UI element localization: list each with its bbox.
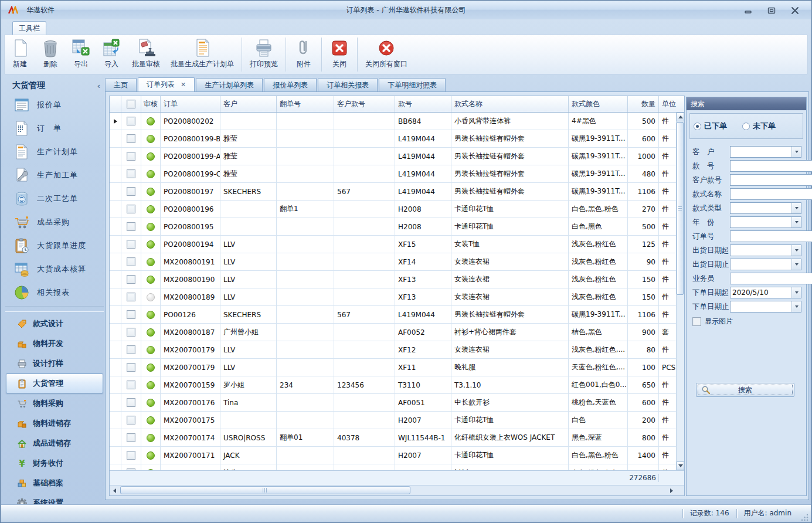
delete-trash-button[interactable]: 删除 [35, 35, 66, 74]
search-field-combo[interactable] [730, 202, 801, 214]
checkbox-icon[interactable] [127, 275, 135, 284]
resize-grip[interactable] [801, 514, 809, 522]
checkbox-icon[interactable] [127, 310, 135, 319]
sidebar-item-6[interactable]: 大货跟单进度 [4, 234, 105, 257]
checkbox-icon[interactable] [127, 398, 135, 407]
sidebar-item-5[interactable]: 成品采购 [4, 210, 105, 234]
table-row[interactable]: MX200700175H2007卡通印花T恤白色200件 [110, 412, 684, 429]
checkbox-icon[interactable] [127, 240, 135, 249]
table-row[interactable]: PO200800195H2008卡通印花T恤白色,黑色500件 [110, 218, 684, 236]
column-header-5[interactable]: 款号 [395, 96, 451, 112]
sidebar-module-4[interactable]: 物料采购 [6, 393, 103, 413]
radio-icon[interactable] [694, 123, 701, 130]
chevron-down-icon[interactable] [791, 287, 801, 298]
table-row[interactable]: PO200800196翻单1H2008卡通印花T恤白色,黑色,粉色270件 [110, 201, 684, 218]
radio-not-ordered[interactable]: 未下单 [742, 121, 776, 131]
header-select-all-checkbox[interactable] [121, 96, 141, 112]
checkbox-icon[interactable] [127, 416, 135, 424]
column-header-0[interactable]: 审核 [141, 96, 161, 112]
checkbox-icon[interactable] [127, 205, 135, 213]
tab-close-icon[interactable]: ✕ [181, 78, 186, 91]
scroll-left-arrow-icon[interactable] [110, 486, 119, 495]
scroll-right-arrow-icon[interactable] [667, 486, 676, 495]
sidebar-module-0[interactable]: 款式设计 [6, 314, 103, 334]
column-header-3[interactable]: 翻单号 [277, 96, 334, 112]
column-header-7[interactable]: 款式颜色 [569, 96, 628, 112]
checkbox-icon[interactable] [127, 100, 135, 108]
batch-plan-document-button[interactable]: 批量生成生产计划单 [165, 35, 239, 74]
sidebar-item-8[interactable]: 相关报表 [4, 281, 105, 304]
search-field-combo[interactable] [730, 146, 801, 158]
close-window-button[interactable]: 关闭 [324, 35, 355, 74]
column-header-2[interactable]: 客户 [220, 96, 277, 112]
checkbox-icon[interactable] [127, 363, 135, 372]
table-row[interactable]: MX200700179LLVXF11晚礼服天蓝色,粉红色,...100PCS [110, 359, 684, 376]
table-row[interactable]: PO200800199-A雅莹L419M044男装长袖拉链有帽外套碳黑19-39… [110, 148, 684, 165]
import-excel-button[interactable]: 导入 [96, 35, 127, 74]
search-field-combo[interactable] [730, 216, 801, 228]
tab-5[interactable]: 下单明细对照表 [379, 78, 446, 91]
tab-1[interactable]: 订单列表✕ [138, 77, 195, 91]
table-row[interactable]: PO200800199-C雅莹L419M044男装长袖拉链有帽外套碳黑19-39… [110, 165, 684, 183]
export-excel-button[interactable]: 导出 [66, 35, 96, 74]
search-field-combo[interactable] [730, 244, 801, 256]
column-header-9[interactable]: 单位 [659, 96, 684, 112]
sidebar-module-8[interactable]: 基础档案 [6, 473, 103, 493]
chevron-down-icon[interactable] [791, 147, 801, 157]
table-row[interactable]: MX200700170沈生0723衬衫白色,粉色,灰色1800件 [110, 464, 684, 470]
sidebar-collapse-arrow-icon[interactable]: ‹ [97, 81, 100, 90]
chevron-down-icon[interactable] [791, 245, 801, 256]
sidebar-item-7[interactable]: 大货成本核算 [4, 257, 105, 281]
radio-ordered[interactable]: 已下单 [694, 121, 727, 131]
table-row[interactable]: MX200700174USRO|ROSS翻单0140378WJL11544B-1… [110, 429, 684, 447]
sidebar-module-6[interactable]: 成品进销存 [6, 433, 103, 453]
tab-2[interactable]: 生产计划单列表 [196, 78, 263, 91]
checkbox-icon[interactable] [127, 134, 135, 143]
sidebar-module-2[interactable]: 设计打样 [6, 354, 103, 373]
table-row[interactable]: MX200700179LLVXF12女装连衣裙浅灰色,粉红色,...80件 [110, 341, 684, 359]
chevron-down-icon[interactable] [791, 301, 801, 312]
table-row[interactable]: MX200800189LLVXF13女装连衣裙浅灰色,粉红色150件 [110, 288, 684, 306]
table-row[interactable]: PO200800194LLVXF15女装T恤浅灰色,粉红色125件 [110, 236, 684, 253]
checkbox-icon[interactable] [127, 433, 135, 442]
table-row[interactable]: MX200700159罗小姐234123456T3110T3.1.10红色001… [110, 376, 684, 394]
tab-4[interactable]: 订单相关报表 [318, 78, 378, 91]
table-row[interactable]: MX200800190LLVXF13女装连衣裙浅灰色,粉红色150件 [110, 271, 684, 288]
horizontal-scrollbar[interactable] [110, 485, 684, 495]
search-field-combo[interactable] [730, 259, 801, 270]
scroll-down-arrow-icon[interactable] [677, 461, 684, 470]
horizontal-scroll-thumb[interactable] [120, 486, 410, 494]
checkbox-icon[interactable] [127, 328, 135, 337]
scroll-up-arrow-icon[interactable] [677, 113, 684, 121]
sidebar-item-1[interactable]: 订 单 [4, 117, 105, 140]
column-header-4[interactable]: 客户款号 [334, 96, 395, 112]
sidebar-module-1[interactable]: 物料开发 [6, 334, 103, 354]
close-all-windows-button[interactable]: 关闭所有窗口 [360, 35, 413, 74]
table-row[interactable]: PO200800197SKECHERS567L419M044男装长袖拉链有帽外套… [110, 183, 684, 201]
checkbox-icon[interactable] [127, 451, 135, 460]
radio-icon[interactable] [742, 123, 750, 130]
tab-0[interactable]: 主页 [105, 78, 137, 91]
sidebar-item-3[interactable]: 生产加工单 [4, 164, 105, 187]
checkbox-icon[interactable] [127, 345, 135, 354]
checkbox-icon[interactable] [127, 187, 135, 196]
sidebar-module-7[interactable]: ¥财务收付 [6, 453, 103, 473]
tab-3[interactable]: 报价单列表 [264, 78, 317, 91]
table-row[interactable]: PO200800199-B雅莹L419M044男装长袖拉链有帽外套碳黑19-39… [110, 130, 684, 148]
ribbon-tab-toolbar[interactable]: 工具栏 [12, 21, 46, 36]
chevron-down-icon[interactable] [791, 259, 801, 270]
search-field-input[interactable] [730, 230, 812, 242]
search-field-input[interactable] [730, 188, 812, 200]
sidebar-item-2[interactable]: 生产计划单 [4, 140, 105, 164]
checkbox-icon[interactable] [127, 152, 135, 161]
column-header-8[interactable]: 数量 [628, 96, 659, 112]
new-document-button[interactable]: 新建 [5, 35, 35, 74]
close-button[interactable] [790, 6, 800, 15]
column-header-1[interactable]: 订单 [161, 96, 220, 112]
checkbox-icon[interactable] [127, 381, 135, 389]
sidebar-item-0[interactable]: 报价单 [4, 93, 105, 117]
print-preview-button[interactable]: 打印预览 [244, 35, 283, 74]
table-row[interactable]: MX200800191LLVXF14女装连衣裙浅灰色,粉红色90件 [110, 253, 684, 271]
search-button[interactable]: 搜索 [696, 383, 794, 397]
chevron-down-icon[interactable] [791, 203, 801, 213]
